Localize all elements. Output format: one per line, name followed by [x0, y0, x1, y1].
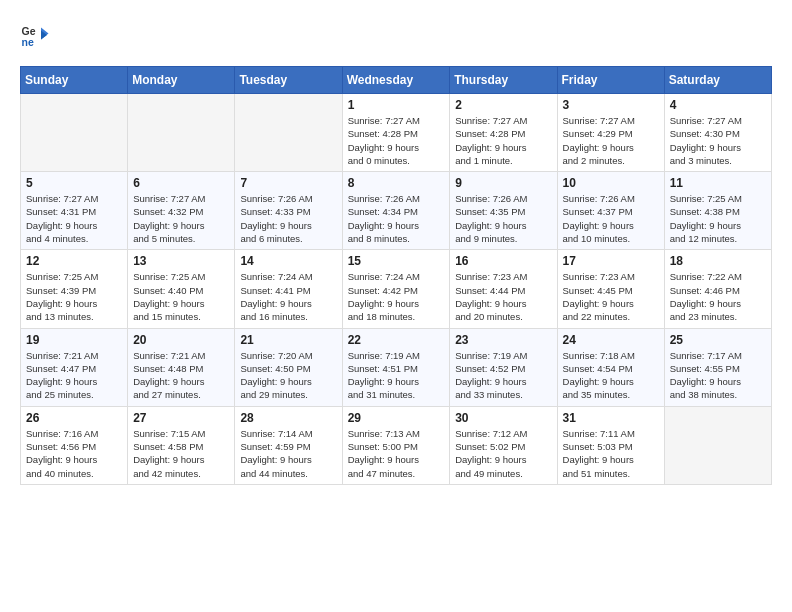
day-number: 16: [455, 254, 551, 268]
calendar-cell: 17Sunrise: 7:23 AM Sunset: 4:45 PM Dayli…: [557, 250, 664, 328]
calendar-cell: 10Sunrise: 7:26 AM Sunset: 4:37 PM Dayli…: [557, 172, 664, 250]
day-number: 29: [348, 411, 445, 425]
calendar-cell: 15Sunrise: 7:24 AM Sunset: 4:42 PM Dayli…: [342, 250, 450, 328]
calendar-cell: 13Sunrise: 7:25 AM Sunset: 4:40 PM Dayli…: [128, 250, 235, 328]
day-number: 19: [26, 333, 122, 347]
day-number: 5: [26, 176, 122, 190]
calendar-cell: 9Sunrise: 7:26 AM Sunset: 4:35 PM Daylig…: [450, 172, 557, 250]
day-info: Sunrise: 7:27 AM Sunset: 4:30 PM Dayligh…: [670, 114, 766, 167]
calendar-header-row: SundayMondayTuesdayWednesdayThursdayFrid…: [21, 67, 772, 94]
day-header: Sunday: [21, 67, 128, 94]
day-info: Sunrise: 7:11 AM Sunset: 5:03 PM Dayligh…: [563, 427, 659, 480]
calendar-table: SundayMondayTuesdayWednesdayThursdayFrid…: [20, 66, 772, 485]
calendar-cell: 21Sunrise: 7:20 AM Sunset: 4:50 PM Dayli…: [235, 328, 342, 406]
calendar-cell: 7Sunrise: 7:26 AM Sunset: 4:33 PM Daylig…: [235, 172, 342, 250]
day-info: Sunrise: 7:26 AM Sunset: 4:33 PM Dayligh…: [240, 192, 336, 245]
calendar-cell: 8Sunrise: 7:26 AM Sunset: 4:34 PM Daylig…: [342, 172, 450, 250]
day-number: 2: [455, 98, 551, 112]
calendar-cell: [21, 94, 128, 172]
calendar-cell: 2Sunrise: 7:27 AM Sunset: 4:28 PM Daylig…: [450, 94, 557, 172]
calendar-cell: 4Sunrise: 7:27 AM Sunset: 4:30 PM Daylig…: [664, 94, 771, 172]
calendar-cell: 31Sunrise: 7:11 AM Sunset: 5:03 PM Dayli…: [557, 406, 664, 484]
calendar-cell: 19Sunrise: 7:21 AM Sunset: 4:47 PM Dayli…: [21, 328, 128, 406]
day-number: 21: [240, 333, 336, 347]
calendar-cell: 28Sunrise: 7:14 AM Sunset: 4:59 PM Dayli…: [235, 406, 342, 484]
calendar-cell: 25Sunrise: 7:17 AM Sunset: 4:55 PM Dayli…: [664, 328, 771, 406]
day-info: Sunrise: 7:17 AM Sunset: 4:55 PM Dayligh…: [670, 349, 766, 402]
day-header: Friday: [557, 67, 664, 94]
day-number: 18: [670, 254, 766, 268]
day-info: Sunrise: 7:23 AM Sunset: 4:45 PM Dayligh…: [563, 270, 659, 323]
calendar-cell: [235, 94, 342, 172]
day-header: Wednesday: [342, 67, 450, 94]
day-info: Sunrise: 7:19 AM Sunset: 4:52 PM Dayligh…: [455, 349, 551, 402]
day-number: 1: [348, 98, 445, 112]
day-info: Sunrise: 7:27 AM Sunset: 4:32 PM Dayligh…: [133, 192, 229, 245]
day-number: 31: [563, 411, 659, 425]
calendar-cell: 20Sunrise: 7:21 AM Sunset: 4:48 PM Dayli…: [128, 328, 235, 406]
day-number: 3: [563, 98, 659, 112]
day-number: 26: [26, 411, 122, 425]
calendar-cell: 23Sunrise: 7:19 AM Sunset: 4:52 PM Dayli…: [450, 328, 557, 406]
day-number: 6: [133, 176, 229, 190]
day-number: 13: [133, 254, 229, 268]
calendar-cell: 27Sunrise: 7:15 AM Sunset: 4:58 PM Dayli…: [128, 406, 235, 484]
day-info: Sunrise: 7:27 AM Sunset: 4:28 PM Dayligh…: [455, 114, 551, 167]
day-info: Sunrise: 7:26 AM Sunset: 4:34 PM Dayligh…: [348, 192, 445, 245]
calendar-week-row: 1Sunrise: 7:27 AM Sunset: 4:28 PM Daylig…: [21, 94, 772, 172]
day-number: 25: [670, 333, 766, 347]
day-info: Sunrise: 7:16 AM Sunset: 4:56 PM Dayligh…: [26, 427, 122, 480]
calendar-week-row: 26Sunrise: 7:16 AM Sunset: 4:56 PM Dayli…: [21, 406, 772, 484]
day-info: Sunrise: 7:21 AM Sunset: 4:47 PM Dayligh…: [26, 349, 122, 402]
day-number: 4: [670, 98, 766, 112]
day-info: Sunrise: 7:23 AM Sunset: 4:44 PM Dayligh…: [455, 270, 551, 323]
calendar-cell: 29Sunrise: 7:13 AM Sunset: 5:00 PM Dayli…: [342, 406, 450, 484]
page-header: Ge ne: [20, 20, 772, 50]
calendar-cell: 30Sunrise: 7:12 AM Sunset: 5:02 PM Dayli…: [450, 406, 557, 484]
day-info: Sunrise: 7:24 AM Sunset: 4:42 PM Dayligh…: [348, 270, 445, 323]
day-info: Sunrise: 7:12 AM Sunset: 5:02 PM Dayligh…: [455, 427, 551, 480]
calendar-cell: 11Sunrise: 7:25 AM Sunset: 4:38 PM Dayli…: [664, 172, 771, 250]
calendar-cell: 3Sunrise: 7:27 AM Sunset: 4:29 PM Daylig…: [557, 94, 664, 172]
day-info: Sunrise: 7:26 AM Sunset: 4:37 PM Dayligh…: [563, 192, 659, 245]
svg-text:ne: ne: [22, 36, 34, 48]
day-number: 28: [240, 411, 336, 425]
day-info: Sunrise: 7:20 AM Sunset: 4:50 PM Dayligh…: [240, 349, 336, 402]
day-info: Sunrise: 7:25 AM Sunset: 4:40 PM Dayligh…: [133, 270, 229, 323]
day-header: Tuesday: [235, 67, 342, 94]
day-info: Sunrise: 7:25 AM Sunset: 4:39 PM Dayligh…: [26, 270, 122, 323]
calendar-cell: 6Sunrise: 7:27 AM Sunset: 4:32 PM Daylig…: [128, 172, 235, 250]
day-number: 14: [240, 254, 336, 268]
day-number: 24: [563, 333, 659, 347]
day-number: 27: [133, 411, 229, 425]
day-number: 30: [455, 411, 551, 425]
day-header: Thursday: [450, 67, 557, 94]
day-info: Sunrise: 7:22 AM Sunset: 4:46 PM Dayligh…: [670, 270, 766, 323]
calendar-week-row: 5Sunrise: 7:27 AM Sunset: 4:31 PM Daylig…: [21, 172, 772, 250]
calendar-cell: 5Sunrise: 7:27 AM Sunset: 4:31 PM Daylig…: [21, 172, 128, 250]
day-number: 12: [26, 254, 122, 268]
day-info: Sunrise: 7:18 AM Sunset: 4:54 PM Dayligh…: [563, 349, 659, 402]
day-number: 23: [455, 333, 551, 347]
day-number: 17: [563, 254, 659, 268]
day-number: 7: [240, 176, 336, 190]
day-info: Sunrise: 7:19 AM Sunset: 4:51 PM Dayligh…: [348, 349, 445, 402]
day-header: Saturday: [664, 67, 771, 94]
day-number: 20: [133, 333, 229, 347]
calendar-week-row: 12Sunrise: 7:25 AM Sunset: 4:39 PM Dayli…: [21, 250, 772, 328]
calendar-cell: 14Sunrise: 7:24 AM Sunset: 4:41 PM Dayli…: [235, 250, 342, 328]
day-number: 10: [563, 176, 659, 190]
calendar-cell: 1Sunrise: 7:27 AM Sunset: 4:28 PM Daylig…: [342, 94, 450, 172]
calendar-cell: [128, 94, 235, 172]
logo: Ge ne: [20, 20, 54, 50]
day-number: 8: [348, 176, 445, 190]
day-info: Sunrise: 7:24 AM Sunset: 4:41 PM Dayligh…: [240, 270, 336, 323]
day-info: Sunrise: 7:15 AM Sunset: 4:58 PM Dayligh…: [133, 427, 229, 480]
day-info: Sunrise: 7:27 AM Sunset: 4:28 PM Dayligh…: [348, 114, 445, 167]
day-info: Sunrise: 7:14 AM Sunset: 4:59 PM Dayligh…: [240, 427, 336, 480]
calendar-cell: 16Sunrise: 7:23 AM Sunset: 4:44 PM Dayli…: [450, 250, 557, 328]
logo-icon: Ge ne: [20, 20, 50, 50]
calendar-week-row: 19Sunrise: 7:21 AM Sunset: 4:47 PM Dayli…: [21, 328, 772, 406]
calendar-cell: 12Sunrise: 7:25 AM Sunset: 4:39 PM Dayli…: [21, 250, 128, 328]
calendar-cell: 26Sunrise: 7:16 AM Sunset: 4:56 PM Dayli…: [21, 406, 128, 484]
